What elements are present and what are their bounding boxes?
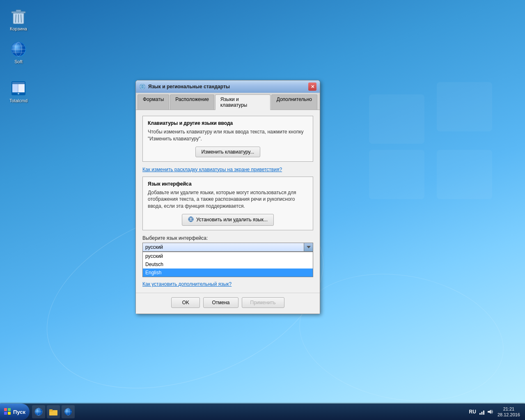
svg-marker-30 <box>307 246 311 248</box>
change-keyboard-button[interactable]: Изменить клавиатуру... <box>195 147 261 157</box>
svg-rect-3 <box>437 150 492 199</box>
install-language-button[interactable]: Установить или удалить язык... <box>182 214 274 226</box>
systray-network-icon <box>479 409 485 415</box>
language-settings-dialog: Язык и региональные стандарты ✕ Форматы … <box>135 80 320 314</box>
dropdown-item-russian[interactable]: русский <box>143 252 313 260</box>
dialog-title-icon <box>139 83 146 90</box>
start-windows-icon <box>4 408 11 415</box>
systray-clock[interactable]: 21:21 28.12.2016 <box>496 406 522 418</box>
dropdown-arrow-icon <box>304 243 313 251</box>
taskbar-app-filemanager[interactable] <box>47 405 60 418</box>
svg-line-7 <box>16 14 16 23</box>
language-dropdown[interactable]: русский русский Deutsch English <box>142 243 313 277</box>
dialog-close-button[interactable]: ✕ <box>308 83 316 91</box>
tab-location[interactable]: Расположение <box>170 94 214 110</box>
recycle-bin-icon <box>10 8 27 25</box>
dropdown-item-deutsch[interactable]: Deutsch <box>143 260 313 269</box>
dropdown-item-english[interactable]: English <box>143 269 313 277</box>
cancel-button[interactable]: Отмена <box>203 297 238 308</box>
systray-icons <box>479 409 493 415</box>
taskbar-app-network[interactable] <box>62 405 75 418</box>
svg-rect-47 <box>483 411 484 415</box>
install-language-button-label: Установить или удалить язык... <box>196 217 268 223</box>
dialog-footer: OK Отмена Применить <box>136 293 320 314</box>
soft-icon <box>10 41 27 57</box>
taskbar-network-icon <box>64 408 72 416</box>
svg-rect-18 <box>12 84 18 92</box>
soft-label: Soft <box>14 59 23 64</box>
svg-rect-31 <box>4 408 7 411</box>
taskbar-apps <box>30 404 466 420</box>
svg-rect-20 <box>12 82 25 84</box>
interface-section-title: Язык интерфейса <box>148 181 308 187</box>
desktop-icon-soft[interactable]: Soft <box>4 41 33 64</box>
svg-rect-33 <box>4 412 7 415</box>
systray-date: 28.12.2016 <box>497 412 520 418</box>
svg-rect-6 <box>16 10 21 12</box>
systray-volume-icon <box>487 409 493 415</box>
taskbar-app-ie[interactable] <box>32 405 45 418</box>
dropdown-selected[interactable]: русский <box>142 243 313 252</box>
taskbar-ie-icon <box>34 408 43 416</box>
start-button[interactable]: Пуск <box>0 404 30 420</box>
systray-time: 21:21 <box>503 406 515 412</box>
svg-rect-32 <box>8 408 11 411</box>
desktop-icon-totalcmd[interactable]: Totalcmd <box>4 80 33 103</box>
taskbar-filemanager-icon <box>49 408 57 416</box>
dropdown-list: русский Deutsch English <box>142 252 313 277</box>
svg-marker-48 <box>488 410 491 414</box>
dialog-title-text: Язык и региональные стандарты <box>148 84 308 90</box>
keyboard-section-title: Клавиатуры и другие языки ввода <box>148 120 308 126</box>
install-language-icon <box>188 216 194 223</box>
taskbar: Пуск <box>0 404 525 420</box>
dialog-titlebar: Язык и региональные стандарты ✕ <box>136 80 320 93</box>
svg-rect-45 <box>479 413 481 415</box>
select-language-label: Выберите язык интерфейса: <box>142 235 313 241</box>
svg-rect-2 <box>369 150 424 199</box>
svg-rect-34 <box>8 412 11 415</box>
taskbar-systray: RU <box>466 404 525 420</box>
soft-ie-icon <box>11 42 26 57</box>
install-language-link[interactable]: Как установить дополнительный язык? <box>142 281 232 287</box>
tab-advanced[interactable]: Дополнительно <box>271 94 317 110</box>
systray-language-indicator[interactable]: RU <box>469 409 476 415</box>
keyboard-layout-link[interactable]: Как изменить раскладку клавиатуры на экр… <box>142 167 282 172</box>
recycle-bin-label: Корзина <box>10 26 27 32</box>
svg-rect-46 <box>481 412 482 415</box>
tab-languages[interactable]: Языки и клавиатуры <box>215 94 271 110</box>
svg-point-21 <box>18 93 19 94</box>
desktop: Корзина <box>0 0 525 420</box>
desktop-icon-recycle-bin[interactable]: Корзина <box>4 8 33 32</box>
start-label: Пуск <box>13 409 25 415</box>
svg-rect-1 <box>437 82 492 131</box>
dialog-content: Клавиатуры и другие языки ввода Чтобы из… <box>136 110 320 293</box>
keyboard-section-description: Чтобы изменить клавиатуру или язык ввода… <box>148 129 308 142</box>
interface-section-description: Добавьте или удалите языки, которые могу… <box>148 189 308 210</box>
svg-line-9 <box>21 14 21 23</box>
interface-language-section: Язык интерфейса Добавьте или удалите язы… <box>142 177 313 230</box>
dialog-tabs: Форматы Расположение Языки и клавиатуры … <box>136 93 320 110</box>
svg-rect-0 <box>369 94 424 144</box>
svg-rect-41 <box>49 409 53 411</box>
totalcmd-label: Totalcmd <box>9 98 28 103</box>
tab-formats[interactable]: Форматы <box>138 94 169 110</box>
apply-button[interactable]: Применить <box>242 297 284 308</box>
windows-logo-bg <box>369 82 492 205</box>
totalcmd-icon <box>10 80 27 96</box>
ok-button[interactable]: OK <box>171 297 200 308</box>
keyboard-section: Клавиатуры и другие языки ввода Чтобы из… <box>142 116 313 162</box>
